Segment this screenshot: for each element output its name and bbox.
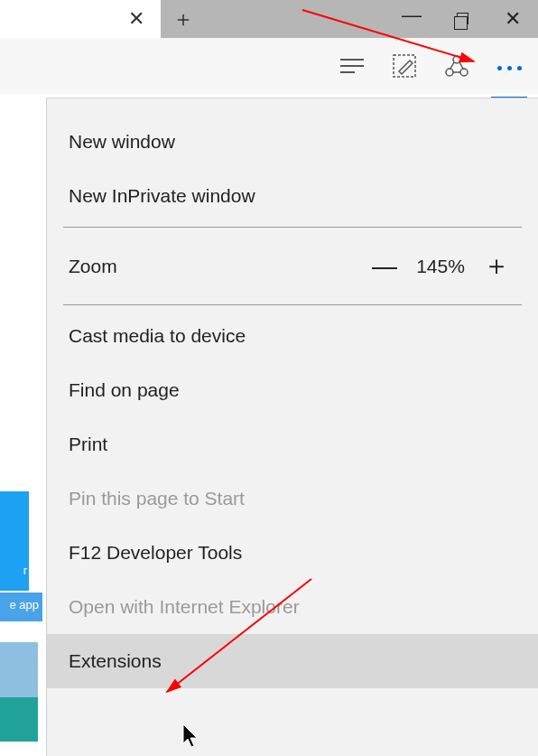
zoom-in-button[interactable]: ＋	[477, 247, 516, 285]
zoom-label: Zoom	[69, 256, 365, 277]
minimize-button[interactable]: —	[386, 4, 437, 27]
svg-point-3	[460, 69, 468, 76]
menu-cast[interactable]: Cast media to device	[63, 309, 522, 363]
window-controls: — ✕	[386, 7, 538, 31]
menu-new-inprivate[interactable]: New InPrivate window	[63, 169, 522, 223]
titlebar: ✕ ＋ — ✕	[0, 0, 538, 38]
window-close-button[interactable]: ✕	[487, 7, 538, 31]
page-content-sliver: r e app	[0, 94, 46, 756]
app-tile-fragment: e app	[0, 593, 42, 621]
menu-extensions[interactable]: Extensions	[47, 634, 538, 688]
photo-tile-fragment	[0, 642, 38, 742]
tab-strip: ＋ — ✕	[161, 0, 538, 38]
menu-new-window[interactable]: New window	[63, 115, 522, 169]
menu-print[interactable]: Print	[63, 417, 522, 471]
svg-point-1	[453, 56, 460, 63]
toolbar	[0, 38, 538, 94]
zoom-value: 145%	[404, 256, 477, 277]
close-tab-icon[interactable]: ✕	[128, 9, 144, 29]
menu-find[interactable]: Find on page	[63, 363, 522, 417]
menu-zoom-row: Zoom 145% ＋	[63, 231, 522, 301]
menu-separator	[63, 227, 522, 228]
more-menu: New window New InPrivate window Zoom 145…	[46, 98, 538, 756]
more-menu-button[interactable]	[491, 63, 527, 99]
zoom-out-button[interactable]	[365, 251, 404, 282]
menu-open-ie: Open with Internet Explorer	[63, 580, 522, 634]
twitter-tile-fragment: r	[0, 491, 29, 591]
share-icon[interactable]	[439, 48, 475, 84]
webnote-icon[interactable]	[386, 48, 422, 84]
svg-point-2	[446, 69, 453, 76]
menu-pin: Pin this page to Start	[63, 471, 522, 526]
restore-button[interactable]	[437, 10, 487, 29]
new-tab-button[interactable]: ＋	[161, 5, 206, 33]
menu-separator	[63, 304, 522, 305]
active-tab-area[interactable]: ✕	[0, 0, 161, 38]
menu-f12[interactable]: F12 Developer Tools	[63, 526, 522, 580]
hub-icon[interactable]	[334, 48, 370, 84]
